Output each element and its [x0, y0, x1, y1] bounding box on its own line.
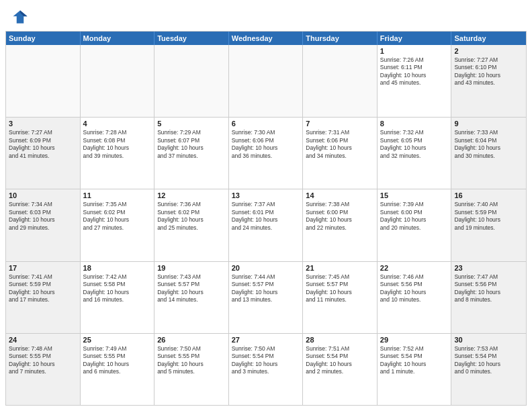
day-info: Sunrise: 7:29 AM Sunset: 6:07 PM Dayligh… [157, 129, 226, 160]
day-info: Sunrise: 7:27 AM Sunset: 6:09 PM Dayligh… [9, 129, 77, 160]
calendar-cell: 6Sunrise: 7:30 AM Sunset: 6:06 PM Daylig… [229, 118, 304, 189]
day-number: 8 [380, 120, 449, 128]
header [0, 0, 532, 31]
calendar-cell [154, 45, 229, 117]
day-info: Sunrise: 7:51 AM Sunset: 5:54 PM Dayligh… [306, 345, 374, 376]
day-info: Sunrise: 7:32 AM Sunset: 6:05 PM Dayligh… [380, 129, 449, 160]
calendar-cell: 22Sunrise: 7:46 AM Sunset: 5:56 PM Dayli… [378, 262, 452, 333]
calendar-cell: 26Sunrise: 7:50 AM Sunset: 5:55 PM Dayli… [154, 334, 229, 405]
weekday-header-thursday: Thursday [303, 32, 378, 45]
day-number: 19 [157, 264, 226, 272]
day-number: 15 [380, 191, 449, 199]
calendar-cell: 23Sunrise: 7:47 AM Sunset: 5:56 PM Dayli… [451, 262, 526, 333]
calendar-cell: 29Sunrise: 7:52 AM Sunset: 5:54 PM Dayli… [378, 334, 452, 405]
calendar-row-2: 10Sunrise: 7:34 AM Sunset: 6:03 PM Dayli… [6, 189, 526, 261]
calendar-cell: 13Sunrise: 7:37 AM Sunset: 6:01 PM Dayli… [229, 189, 304, 261]
calendar-cell: 21Sunrise: 7:45 AM Sunset: 5:57 PM Dayli… [303, 262, 378, 333]
day-number: 3 [9, 120, 77, 128]
weekday-header-friday: Friday [378, 32, 452, 45]
calendar-cell: 7Sunrise: 7:31 AM Sunset: 6:06 PM Daylig… [303, 118, 378, 189]
day-number: 27 [232, 336, 300, 344]
calendar-cell: 3Sunrise: 7:27 AM Sunset: 6:09 PM Daylig… [6, 118, 81, 189]
calendar-cell: 27Sunrise: 7:50 AM Sunset: 5:54 PM Dayli… [229, 334, 304, 405]
calendar-cell: 4Sunrise: 7:28 AM Sunset: 6:08 PM Daylig… [81, 118, 155, 189]
day-info: Sunrise: 7:45 AM Sunset: 5:57 PM Dayligh… [306, 273, 374, 304]
calendar-cell: 30Sunrise: 7:53 AM Sunset: 5:54 PM Dayli… [451, 334, 526, 405]
day-number: 16 [454, 191, 523, 199]
day-number: 13 [232, 191, 300, 199]
day-number: 7 [306, 120, 374, 128]
day-info: Sunrise: 7:30 AM Sunset: 6:06 PM Dayligh… [232, 129, 300, 160]
day-info: Sunrise: 7:31 AM Sunset: 6:06 PM Dayligh… [306, 129, 374, 160]
calendar-cell: 9Sunrise: 7:33 AM Sunset: 6:04 PM Daylig… [451, 118, 526, 189]
day-info: Sunrise: 7:26 AM Sunset: 6:11 PM Dayligh… [380, 56, 449, 87]
logo-icon [11, 8, 30, 27]
day-info: Sunrise: 7:52 AM Sunset: 5:54 PM Dayligh… [380, 345, 449, 376]
day-number: 23 [454, 264, 523, 272]
calendar-row-1: 3Sunrise: 7:27 AM Sunset: 6:09 PM Daylig… [6, 117, 526, 189]
calendar-row-0: 1Sunrise: 7:26 AM Sunset: 6:11 PM Daylig… [6, 45, 526, 117]
day-info: Sunrise: 7:44 AM Sunset: 5:57 PM Dayligh… [232, 273, 300, 304]
day-number: 12 [157, 191, 226, 199]
day-number: 5 [157, 120, 226, 128]
day-number: 25 [83, 336, 152, 344]
day-number: 6 [232, 120, 300, 128]
logo [11, 8, 32, 27]
day-info: Sunrise: 7:27 AM Sunset: 6:10 PM Dayligh… [454, 56, 523, 87]
calendar-cell: 17Sunrise: 7:41 AM Sunset: 5:59 PM Dayli… [6, 262, 81, 333]
weekday-header-sunday: Sunday [6, 32, 81, 45]
day-number: 30 [454, 336, 523, 344]
calendar-cell: 10Sunrise: 7:34 AM Sunset: 6:03 PM Dayli… [6, 189, 81, 261]
day-info: Sunrise: 7:43 AM Sunset: 5:57 PM Dayligh… [157, 273, 226, 304]
day-info: Sunrise: 7:50 AM Sunset: 5:55 PM Dayligh… [157, 345, 226, 376]
calendar-cell: 28Sunrise: 7:51 AM Sunset: 5:54 PM Dayli… [303, 334, 378, 405]
day-info: Sunrise: 7:46 AM Sunset: 5:56 PM Dayligh… [380, 273, 449, 304]
day-info: Sunrise: 7:33 AM Sunset: 6:04 PM Dayligh… [454, 129, 523, 160]
calendar-cell [81, 45, 155, 117]
calendar-row-4: 24Sunrise: 7:48 AM Sunset: 5:55 PM Dayli… [6, 333, 526, 405]
day-info: Sunrise: 7:35 AM Sunset: 6:02 PM Dayligh… [83, 201, 152, 232]
day-number: 2 [454, 47, 523, 55]
day-info: Sunrise: 7:47 AM Sunset: 5:56 PM Dayligh… [454, 273, 523, 304]
day-info: Sunrise: 7:37 AM Sunset: 6:01 PM Dayligh… [232, 201, 300, 232]
calendar-cell: 14Sunrise: 7:38 AM Sunset: 6:00 PM Dayli… [303, 189, 378, 261]
calendar-cell [229, 45, 304, 117]
calendar-row-3: 17Sunrise: 7:41 AM Sunset: 5:59 PM Dayli… [6, 261, 526, 333]
day-number: 4 [83, 120, 152, 128]
calendar-cell: 24Sunrise: 7:48 AM Sunset: 5:55 PM Dayli… [6, 334, 81, 405]
day-number: 9 [454, 120, 523, 128]
weekday-header-saturday: Saturday [451, 32, 526, 45]
day-number: 10 [9, 191, 77, 199]
calendar-cell: 15Sunrise: 7:39 AM Sunset: 6:00 PM Dayli… [378, 189, 452, 261]
day-number: 18 [83, 264, 152, 272]
day-number: 22 [380, 264, 449, 272]
weekday-header-wednesday: Wednesday [229, 32, 304, 45]
day-number: 11 [83, 191, 152, 199]
day-number: 28 [306, 336, 374, 344]
calendar-cell: 12Sunrise: 7:36 AM Sunset: 6:02 PM Dayli… [154, 189, 229, 261]
day-number: 1 [380, 47, 449, 55]
calendar-cell: 20Sunrise: 7:44 AM Sunset: 5:57 PM Dayli… [229, 262, 304, 333]
calendar-cell: 8Sunrise: 7:32 AM Sunset: 6:05 PM Daylig… [378, 118, 452, 189]
calendar-cell: 11Sunrise: 7:35 AM Sunset: 6:02 PM Dayli… [81, 189, 155, 261]
calendar-cell: 25Sunrise: 7:49 AM Sunset: 5:55 PM Dayli… [81, 334, 155, 405]
day-info: Sunrise: 7:40 AM Sunset: 5:59 PM Dayligh… [454, 201, 523, 232]
calendar-header: SundayMondayTuesdayWednesdayThursdayFrid… [6, 32, 526, 45]
calendar-cell: 5Sunrise: 7:29 AM Sunset: 6:07 PM Daylig… [154, 118, 229, 189]
calendar-cell: 19Sunrise: 7:43 AM Sunset: 5:57 PM Dayli… [154, 262, 229, 333]
calendar: SundayMondayTuesdayWednesdayThursdayFrid… [5, 31, 527, 406]
day-info: Sunrise: 7:39 AM Sunset: 6:00 PM Dayligh… [380, 201, 449, 232]
day-number: 24 [9, 336, 77, 344]
day-info: Sunrise: 7:53 AM Sunset: 5:54 PM Dayligh… [454, 345, 523, 376]
day-number: 26 [157, 336, 226, 344]
day-number: 20 [232, 264, 300, 272]
calendar-cell: 16Sunrise: 7:40 AM Sunset: 5:59 PM Dayli… [451, 189, 526, 261]
day-info: Sunrise: 7:42 AM Sunset: 5:58 PM Dayligh… [83, 273, 152, 304]
page: SundayMondayTuesdayWednesdayThursdayFrid… [0, 0, 532, 411]
day-info: Sunrise: 7:49 AM Sunset: 5:55 PM Dayligh… [83, 345, 152, 376]
day-info: Sunrise: 7:36 AM Sunset: 6:02 PM Dayligh… [157, 201, 226, 232]
day-info: Sunrise: 7:48 AM Sunset: 5:55 PM Dayligh… [9, 345, 77, 376]
weekday-header-monday: Monday [81, 32, 155, 45]
day-info: Sunrise: 7:41 AM Sunset: 5:59 PM Dayligh… [9, 273, 77, 304]
day-number: 29 [380, 336, 449, 344]
